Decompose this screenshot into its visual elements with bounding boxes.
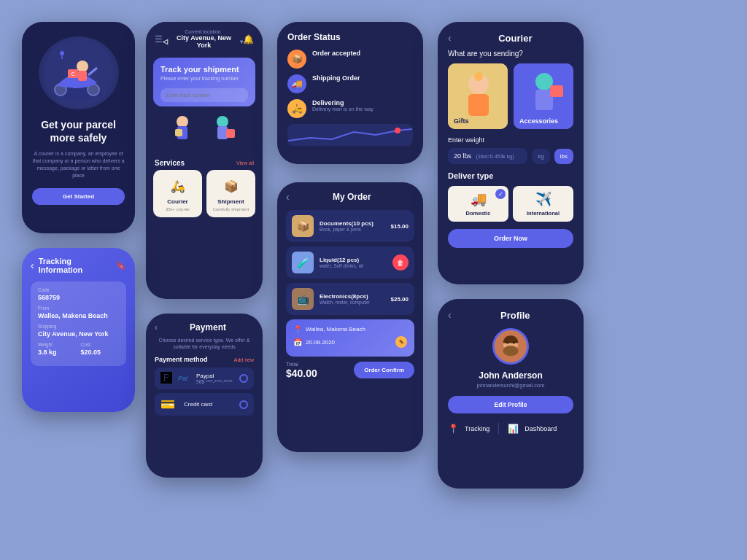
weight-label: Weight (38, 342, 77, 347)
credit-card-name: Credit card (184, 401, 233, 408)
edit-profile-button[interactable]: Edit Profile (448, 396, 573, 413)
my-order-header: ‹ My Order (286, 191, 414, 203)
paypal-radio[interactable] (239, 374, 248, 383)
lbs-button[interactable]: lbs (554, 149, 573, 164)
edit-date-button[interactable]: ✎ (395, 336, 407, 348)
welcome-screen: C Get your parcel more safely A courier … (22, 22, 135, 233)
accessories-label: Accessories (519, 117, 558, 125)
accessories-category[interactable]: Accessories (514, 63, 573, 129)
hamburger-icon[interactable]: ☰ (155, 34, 163, 44)
get-started-button[interactable]: Get Started (32, 188, 125, 205)
status-item-delivering: 🛵 Delivering Delivery man is on the way (287, 99, 413, 118)
total-amount: $40.00 (286, 368, 317, 379)
payment-method-label: Payment method (155, 356, 208, 363)
tracking-title: Tracking Information (39, 257, 111, 274)
international-icon: ✈️ (535, 191, 551, 207)
liquid-icon: 🧪 (292, 252, 314, 273)
svg-rect-5 (78, 71, 87, 81)
track-number-input[interactable] (160, 88, 248, 102)
svg-point-22 (474, 72, 483, 81)
track-banner-title: Track your shipment (160, 65, 248, 74)
profile-email: johnandersonhi@gmail.com (448, 382, 573, 389)
paypal-info: 56$ ****-****-***** (196, 379, 233, 384)
my-order-title: My Order (290, 192, 414, 202)
domestic-icon: 🚚 (471, 191, 487, 207)
profile-title: Profile (457, 310, 573, 321)
domestic-check-icon: ✓ (495, 189, 506, 199)
documents-icon: 📦 (292, 215, 314, 237)
weight-input-row: 20 lbs (1lbs=0.453k kg) kg lbs (448, 148, 573, 164)
order-total-row: Total $40.00 Order Confirm (286, 361, 414, 379)
tracking-back-icon[interactable]: ‹ (31, 260, 34, 271)
svg-point-18 (395, 128, 400, 133)
welcome-title: Get your parcel more safely (32, 118, 125, 144)
svg-point-15 (217, 116, 228, 128)
documents-price: $15.00 (391, 223, 409, 230)
payment-header: ‹ Payment (155, 322, 254, 332)
svg-point-31 (513, 341, 516, 344)
view-all-link[interactable]: View all (236, 160, 254, 166)
payment-title: Payment (162, 322, 254, 332)
service-shipment[interactable]: 📦 Shipment Carefully shipment (206, 170, 255, 217)
payment-back-icon[interactable]: ‹ (155, 322, 158, 332)
electronics-name: Electronics(8pcs) (320, 293, 385, 300)
documents-sub: Book, paper & pens (320, 227, 385, 232)
shipment-icon: 📦 (220, 176, 243, 196)
weight-label: Enter weight (448, 136, 573, 144)
credit-card-radio[interactable] (239, 400, 248, 409)
shipping-label: Shipping (38, 324, 119, 329)
notification-icon[interactable]: 🔔 (243, 34, 254, 44)
kg-button[interactable]: kg (532, 149, 549, 164)
add-new-payment-link[interactable]: Add new (234, 357, 254, 362)
liquid-sub: water, Soft drinks, oil (320, 263, 387, 268)
profile-header: ‹ Profile (448, 309, 573, 321)
cost-label: Cost (81, 342, 120, 347)
status-map (287, 124, 413, 146)
tracking-menu-item[interactable]: 📍 Tracking (448, 421, 489, 437)
gifts-category[interactable]: Gifts (448, 63, 508, 129)
profile-name: John Anderson (448, 370, 573, 381)
accepted-label: Order accepted (312, 50, 360, 57)
location-label: Current location (163, 29, 243, 34)
bookmark-icon[interactable]: 🔖 (115, 260, 126, 271)
location-row: 📍 Wallea, Makena Beach (293, 325, 407, 333)
order-item-documents: 📦 Documents(10 pcs) Book, paper & pens $… (286, 210, 414, 242)
electronics-icon: 📺 (292, 288, 314, 310)
svg-point-11 (98, 52, 108, 58)
services-grid: 🛵 Courier 35k+ courier 📦 Shipment Carefu… (146, 170, 263, 225)
service-courier[interactable]: 🛵 Courier 35k+ courier (153, 170, 202, 217)
status-item-shipping: 🚚 Shipping Order (287, 74, 413, 93)
weight-hint: (1lbs=0.453k kg) (476, 154, 514, 159)
payment-method-header: Payment method Add new (155, 356, 254, 363)
courier-back-icon[interactable]: ‹ (448, 32, 452, 44)
tracking-menu-icon: 📍 (448, 424, 459, 434)
courier-icon: 🛵 (166, 176, 190, 196)
svg-point-8 (60, 51, 64, 55)
order-now-button[interactable]: Order Now (448, 229, 573, 248)
profile-back-icon[interactable]: ‹ (448, 309, 452, 321)
order-location-card: 📍 Wallea, Makena Beach 📅 20.08.2020 ✎ (286, 319, 414, 357)
credit-card-option[interactable]: 💳 Credit card (155, 393, 254, 416)
dashboard-menu-item[interactable]: 📊 Dashboard (508, 421, 557, 437)
code-label: Code (38, 287, 119, 292)
tracking-screen: ‹ Tracking Information 🔖 Code 568759 Fro… (22, 248, 135, 412)
order-status-title: Order Status (287, 32, 413, 42)
order-status-screen: Order Status 📦 Order accepted 🚚 Shipping… (277, 22, 423, 164)
svg-rect-17 (226, 129, 235, 138)
cost-value: $20.05 (81, 349, 120, 356)
electronics-price: $25.00 (391, 296, 409, 303)
track-banner: Track your shipment Please enter your tr… (153, 58, 255, 106)
location-pin-icon: 📍 (293, 325, 302, 333)
order-confirm-button[interactable]: Order Confirm (354, 362, 414, 378)
profile-menu: 📍 Tracking 📊 Dashboard (448, 421, 573, 437)
svg-text:C: C (71, 71, 74, 77)
location-text: Wallea, Makena Beach (306, 326, 365, 332)
domestic-option[interactable]: ✓ 🚚 Domestic (448, 186, 508, 222)
dashboard-menu-icon: 📊 (508, 424, 519, 434)
date-text: 20.08.2020 (306, 339, 335, 346)
international-option[interactable]: ✈️ International (513, 186, 573, 222)
paypal-option[interactable]: 🅿 Pal Paypal 56$ ****-****-***** (155, 368, 254, 389)
delete-liquid-button[interactable]: 🗑 (392, 254, 409, 271)
svg-point-12 (177, 116, 188, 128)
from-value: Wallea, Makena Beach (38, 312, 119, 319)
